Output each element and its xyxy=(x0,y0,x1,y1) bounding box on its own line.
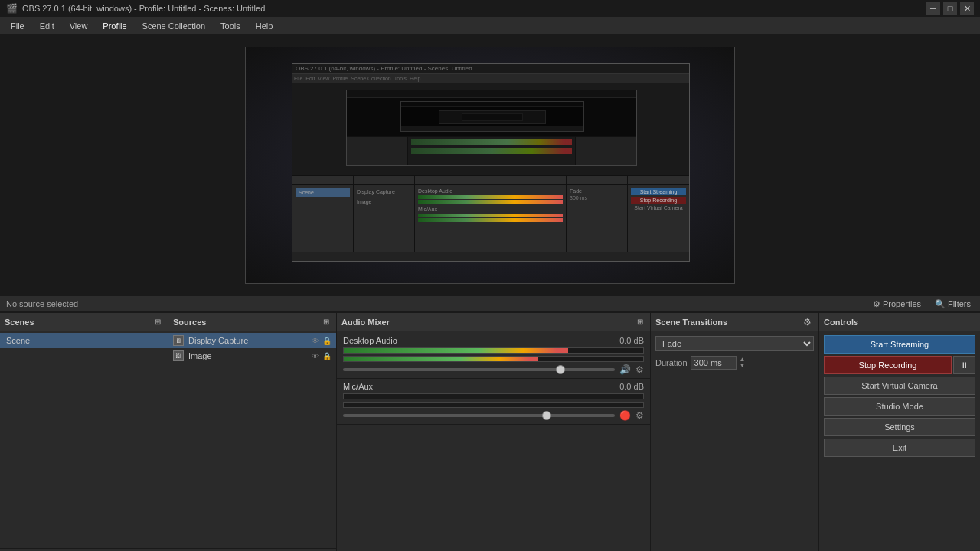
image-visibility-button[interactable]: 👁 xyxy=(312,352,319,360)
menu-help[interactable]: Help xyxy=(248,20,281,32)
settings-button[interactable]: Settings xyxy=(824,418,975,436)
source-bar: No source selected ⚙ Properties 🔍 Filter… xyxy=(0,295,980,312)
mic-aux-mute-button[interactable]: 🔴 xyxy=(619,410,631,421)
scene-transitions-content: Fade Cut Swipe Slide Duration ▲ ▼ xyxy=(651,331,818,551)
sources-panel-title: Sources xyxy=(173,318,206,327)
mic-aux-volume-slider[interactable] xyxy=(343,414,615,417)
desktop-audio-controls: 🔊 ⚙ xyxy=(343,364,644,375)
audio-mixer-title: Audio Mixer xyxy=(341,318,390,327)
maximize-button[interactable]: □ xyxy=(943,2,957,15)
exit-button[interactable]: Exit xyxy=(824,439,975,457)
image-lock-button[interactable]: 🔒 xyxy=(322,352,332,360)
gear-icon: ⚙ xyxy=(873,299,880,309)
duration-down-arrow[interactable]: ▼ xyxy=(740,363,746,369)
minimize-button[interactable]: ─ xyxy=(926,2,940,15)
desktop-audio-label: Desktop Audio xyxy=(343,336,397,345)
stop-recording-button[interactable]: Stop Recording xyxy=(824,356,952,374)
recording-row: Stop Recording ⏸ xyxy=(824,356,975,374)
duration-label: Duration xyxy=(655,358,688,367)
title-bar: 🎬 OBS 27.0.1 (64-bit, windows) - Profile… xyxy=(0,0,980,17)
window-controls: ─ □ ✕ xyxy=(926,2,974,15)
menu-file[interactable]: File xyxy=(3,20,32,32)
sources-panel: Sources ⊞ 🖥 Display Capture 👁 🔒 🖼 Image … xyxy=(168,313,337,551)
menu-edit[interactable]: Edit xyxy=(32,20,62,32)
close-button[interactable]: ✕ xyxy=(960,2,974,15)
desktop-audio-mute-button[interactable]: 🔊 xyxy=(619,364,631,375)
no-source-label: No source selected xyxy=(6,299,78,308)
bottom-panels: Scenes ⊞ Scene + − ∧ ∨ Sources ⊞ 🖥 Displ… xyxy=(0,312,980,551)
desktop-audio-settings-button[interactable]: ⚙ xyxy=(635,364,644,375)
start-streaming-button[interactable]: Start Streaming xyxy=(824,335,975,354)
scene-item-scene[interactable]: Scene xyxy=(0,333,168,348)
scenes-panel-title: Scenes xyxy=(5,318,34,327)
scenes-expand-icon[interactable]: ⊞ xyxy=(152,317,163,327)
mic-aux-label: Mic/Aux xyxy=(343,382,373,391)
scenes-panel-content: Scene xyxy=(0,331,168,548)
mic-aux-controls: 🔴 ⚙ xyxy=(343,410,644,421)
sources-expand-icon[interactable]: ⊞ xyxy=(321,317,332,327)
scenes-panel-header: Scenes ⊞ xyxy=(0,313,168,331)
desktop-audio-channel: Desktop Audio 0.0 dB 🔊 ⚙ xyxy=(337,333,650,379)
mic-aux-settings-button[interactable]: ⚙ xyxy=(635,410,644,421)
preview-canvas[interactable]: OBS 27.0.1 (64-bit, windows) - Profile: … xyxy=(245,47,735,284)
menu-bar: File Edit View Profile Scene Collection … xyxy=(0,17,980,35)
controls-panel-title: Controls xyxy=(824,318,858,327)
sources-panel-header: Sources ⊞ xyxy=(168,313,336,331)
desktop-audio-db: 0.0 dB xyxy=(619,336,644,345)
desktop-audio-volume-slider[interactable] xyxy=(343,368,615,371)
desktop-audio-meter-1 xyxy=(343,347,644,354)
audio-mixer-panel: Audio Mixer ⊞ Desktop Audio 0.0 dB xyxy=(337,313,651,551)
audio-mixer-content: Desktop Audio 0.0 dB 🔊 ⚙ xyxy=(337,331,650,551)
source-item-image[interactable]: 🖼 Image 👁 🔒 xyxy=(168,348,336,364)
sources-panel-content: 🖥 Display Capture 👁 🔒 🖼 Image 👁 🔒 xyxy=(168,331,336,548)
controls-panel-content: Start Streaming Stop Recording ⏸ Start V… xyxy=(819,331,980,551)
mic-aux-meter-2 xyxy=(343,402,644,408)
desktop-audio-meter-2 xyxy=(343,356,644,362)
sources-toolbar: + − ⚙ ∧ ∨ xyxy=(168,548,336,551)
app-icon: 🎬 xyxy=(6,3,18,14)
duration-input[interactable] xyxy=(691,356,737,370)
mic-aux-channel: Mic/Aux 0.0 dB 🔴 ⚙ xyxy=(337,379,650,425)
menu-tools[interactable]: Tools xyxy=(213,20,248,32)
scenes-panel: Scenes ⊞ Scene + − ∧ ∨ xyxy=(0,313,168,551)
display-capture-visibility-button[interactable]: 👁 xyxy=(312,337,319,345)
menu-profile[interactable]: Profile xyxy=(95,20,134,32)
display-capture-icon: 🖥 xyxy=(173,335,184,346)
filter-icon: 🔍 xyxy=(935,299,946,309)
window-title: OBS 27.0.1 (64-bit, windows) - Profile: … xyxy=(22,4,265,13)
scene-transitions-header: Scene Transitions ⚙ xyxy=(651,313,818,331)
audio-mixer-expand-icon[interactable]: ⊞ xyxy=(635,317,645,327)
start-virtual-camera-button[interactable]: Start Virtual Camera xyxy=(824,377,975,395)
duration-arrows: ▲ ▼ xyxy=(740,357,746,369)
duration-row: Duration ▲ ▼ xyxy=(651,354,818,371)
studio-mode-button[interactable]: Studio Mode xyxy=(824,397,975,416)
transition-select[interactable]: Fade Cut Swipe Slide xyxy=(655,336,814,351)
audio-mixer-header: Audio Mixer ⊞ xyxy=(337,313,650,331)
menu-view[interactable]: View xyxy=(62,20,96,32)
menu-scene-collection[interactable]: Scene Collection xyxy=(135,20,214,32)
pause-recording-button[interactable]: ⏸ xyxy=(953,356,975,374)
mic-aux-db: 0.0 dB xyxy=(619,382,644,391)
image-icon: 🖼 xyxy=(173,350,184,361)
controls-panel: Controls Start Streaming Stop Recording … xyxy=(819,313,980,551)
preview-visual: OBS 27.0.1 (64-bit, windows) - Profile: … xyxy=(246,47,734,283)
source-item-display-capture[interactable]: 🖥 Display Capture 👁 🔒 xyxy=(168,333,336,348)
filters-button[interactable]: 🔍 Filters xyxy=(932,298,974,310)
properties-button[interactable]: ⚙ Properties xyxy=(870,298,924,310)
scene-transitions-title: Scene Transitions xyxy=(655,318,727,327)
scenes-toolbar: + − ∧ ∨ xyxy=(0,548,168,551)
controls-panel-header: Controls xyxy=(819,313,980,331)
preview-area: OBS 27.0.1 (64-bit, windows) - Profile: … xyxy=(0,35,980,295)
mic-aux-meter-1 xyxy=(343,393,644,399)
scene-transitions-settings-icon[interactable]: ⚙ xyxy=(801,316,814,328)
scene-transitions-panel: Scene Transitions ⚙ Fade Cut Swipe Slide… xyxy=(651,313,819,551)
display-capture-lock-button[interactable]: 🔒 xyxy=(322,337,332,345)
